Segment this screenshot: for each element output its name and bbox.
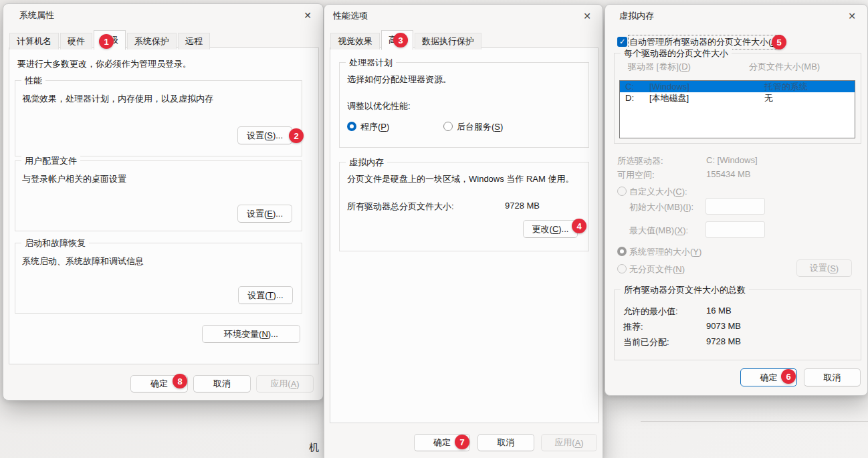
- desktop-background: 机 系统属性 ✕ 计算机名 硬件 高级 系统保护 远程 1 要进行大多数更改，你…: [0, 0, 868, 458]
- max-size-label: 最大值(MB)(X):: [629, 225, 688, 237]
- apply-button: 应用(A): [256, 375, 314, 392]
- close-button[interactable]: ✕: [580, 9, 594, 23]
- step-badge-8: 8: [173, 374, 187, 388]
- selected-drive-label: 所选驱动器:: [617, 155, 663, 167]
- totals-group: 所有驱动器分页文件大小的总数 允许的最小值: 16 MB 推荐: 9073 MB…: [614, 290, 861, 360]
- drive-letter: D:: [625, 92, 634, 104]
- step-badge-7: 7: [455, 435, 469, 449]
- environment-variables-button[interactable]: 环境变量(N)...: [202, 325, 300, 343]
- performance-options-dialog: 性能选项 ✕ 视觉效果 高级 数据执行保护 3 处理器计划 选择如何分配处理器资…: [324, 4, 603, 458]
- user-profiles-desc: 与登录帐户相关的桌面设置: [22, 173, 126, 185]
- auto-manage-checkbox-label[interactable]: 自动管理所有驱动器的分页文件大小(A): [629, 36, 780, 48]
- close-icon: ✕: [848, 11, 856, 21]
- processor-desc: 选择如何分配处理器资源。: [347, 74, 451, 86]
- total-paging-label: 所有驱动器总分页文件大小:: [347, 201, 454, 213]
- tab-system-protection[interactable]: 系统保护: [127, 33, 177, 49]
- startup-recovery-desc: 系统启动、系统故障和调试信息: [22, 255, 144, 267]
- virtual-memory-legend: 虚拟内存: [346, 156, 387, 168]
- tab-dep[interactable]: 数据执行保护: [415, 33, 481, 49]
- tab-computer-name[interactable]: 计算机名: [9, 33, 59, 49]
- cancel-button[interactable]: 取消: [477, 434, 534, 451]
- programs-radio-label[interactable]: 程序(P): [360, 121, 389, 133]
- recommended-label: 推荐:: [623, 321, 643, 333]
- background-window-edge: [641, 421, 868, 422]
- performance-group: 性能 视觉效果，处理器计划，内存使用，以及虚拟内存 设置(S)...: [15, 80, 302, 156]
- per-drive-group: 每个驱动器的分页文件大小 驱动器 [卷标](D) 分页文件大小(MB) C: […: [614, 53, 861, 144]
- tab-remote[interactable]: 远程: [178, 33, 210, 49]
- performance-settings-button[interactable]: 设置(S)...: [237, 126, 292, 144]
- step-badge-4: 4: [572, 219, 586, 233]
- dialog-title: 性能选项: [333, 10, 368, 22]
- virtual-memory-group: 虚拟内存 分页文件是硬盘上的一块区域，Windows 当作 RAM 使用。 所有…: [339, 162, 589, 251]
- system-managed-radio: [617, 247, 627, 256]
- desktop-icon-label: 机: [309, 441, 319, 454]
- close-icon: ✕: [583, 11, 591, 21]
- drive-listbox[interactable]: C: [Windows] 托管的系统 D: [本地磁盘] 无: [619, 80, 855, 138]
- virtual-memory-titlebar: 虚拟内存 ✕: [605, 5, 867, 29]
- apply-button: 应用(A): [541, 434, 597, 451]
- drive-volume: [Windows]: [649, 81, 689, 92]
- drive-volume: [本地磁盘]: [649, 92, 689, 104]
- startup-recovery-group: 启动和故障恢复 系统启动、系统故障和调试信息 设置(T)...: [15, 243, 302, 314]
- no-paging-file-radio: [617, 264, 627, 273]
- cancel-button[interactable]: 取消: [193, 375, 251, 392]
- totals-legend: 所有驱动器分页文件大小的总数: [621, 284, 749, 296]
- drive-paging-size: 无: [764, 92, 773, 104]
- advanced-tab-page: 要进行大多数更改，你必须作为管理员登录。 性能 视觉效果，处理器计划，内存使用，…: [9, 47, 319, 364]
- system-managed-radio-label: 系统管理的大小(Y): [629, 246, 701, 258]
- user-profiles-group: 用户配置文件 与登录帐户相关的桌面设置 设置(E)...: [15, 160, 302, 231]
- selected-drive-value: C: [Windows]: [706, 155, 758, 165]
- processor-scheduling-legend: 处理器计划: [346, 57, 396, 69]
- cancel-button[interactable]: 取消: [804, 368, 861, 386]
- close-button[interactable]: ✕: [845, 9, 859, 23]
- startup-recovery-group-legend: 启动和故障恢复: [21, 237, 89, 249]
- step-badge-6: 6: [781, 369, 796, 384]
- tab-visual-effects[interactable]: 视觉效果: [330, 33, 380, 49]
- background-services-radio[interactable]: [443, 122, 453, 131]
- dialog-title: 系统属性: [19, 9, 54, 21]
- drive-paging-size: 托管的系统: [764, 81, 808, 92]
- step-badge-2: 2: [289, 128, 304, 143]
- free-space-label: 可用空间:: [617, 169, 655, 181]
- system-properties-dialog: 系统属性 ✕ 计算机名 硬件 高级 系统保护 远程 1 要进行大多数更改，你必须…: [3, 3, 324, 400]
- auto-manage-checkbox[interactable]: ✓: [617, 37, 627, 47]
- minimum-allowed-value: 16 MB: [706, 306, 732, 316]
- step-badge-3: 3: [393, 33, 408, 47]
- startup-recovery-settings-button[interactable]: 设置(T)...: [238, 286, 293, 304]
- user-profiles-settings-button[interactable]: 设置(E)...: [237, 205, 292, 223]
- no-paging-file-radio-label: 无分页文件(N): [629, 263, 685, 275]
- performance-group-legend: 性能: [21, 75, 45, 87]
- close-button[interactable]: ✕: [300, 8, 315, 23]
- dialog-title: 虚拟内存: [619, 10, 654, 22]
- currently-allocated-value: 9728 MB: [706, 336, 741, 346]
- background-services-radio-label[interactable]: 后台服务(S): [457, 121, 503, 133]
- total-paging-value: 9728 MB: [505, 201, 540, 211]
- programs-radio[interactable]: [347, 122, 356, 131]
- free-space-value: 155434 MB: [706, 169, 751, 179]
- paging-file-desc: 分页文件是硬盘上的一块区域，Windows 当作 RAM 使用。: [347, 173, 574, 185]
- drive-row-d[interactable]: D: [本地磁盘] 无: [620, 92, 855, 104]
- tab-hardware[interactable]: 硬件: [60, 33, 92, 49]
- size-column-header: 分页文件大小(MB): [749, 61, 820, 73]
- advanced-tab-page: 处理器计划 选择如何分配处理器资源。 调整以优化性能: 程序(P) 后台服务(S…: [330, 47, 599, 423]
- virtual-memory-dialog: 虚拟内存 ✕ ✓ 自动管理所有驱动器的分页文件大小(A) 5 每个驱动器的分页文…: [605, 4, 868, 396]
- step-badge-1: 1: [99, 34, 114, 49]
- user-profiles-group-legend: 用户配置文件: [21, 155, 80, 167]
- custom-size-radio-label: 自定义大小(C):: [629, 186, 687, 198]
- recommended-value: 9073 MB: [706, 321, 741, 331]
- per-drive-legend: 每个驱动器的分页文件大小: [621, 47, 732, 60]
- step-badge-5: 5: [772, 35, 786, 49]
- performance-options-titlebar: 性能选项 ✕: [324, 5, 603, 29]
- admin-login-note: 要进行大多数更改，你必须作为管理员登录。: [17, 58, 191, 70]
- drive-letter: C:: [625, 81, 634, 92]
- custom-size-radio: [617, 187, 627, 196]
- drive-row-c[interactable]: C: [Windows] 托管的系统: [620, 81, 855, 92]
- checkmark-icon: ✓: [619, 37, 625, 46]
- change-button[interactable]: 更改(C)...: [523, 220, 578, 238]
- initial-size-input: [706, 198, 765, 215]
- adjust-performance-label: 调整以优化性能:: [347, 100, 411, 112]
- set-button: 设置(S): [796, 259, 852, 277]
- currently-allocated-label: 当前已分配:: [623, 336, 669, 348]
- system-properties-titlebar: 系统属性 ✕: [3, 4, 323, 28]
- processor-scheduling-group: 处理器计划 选择如何分配处理器资源。 调整以优化性能: 程序(P) 后台服务(S…: [339, 62, 589, 148]
